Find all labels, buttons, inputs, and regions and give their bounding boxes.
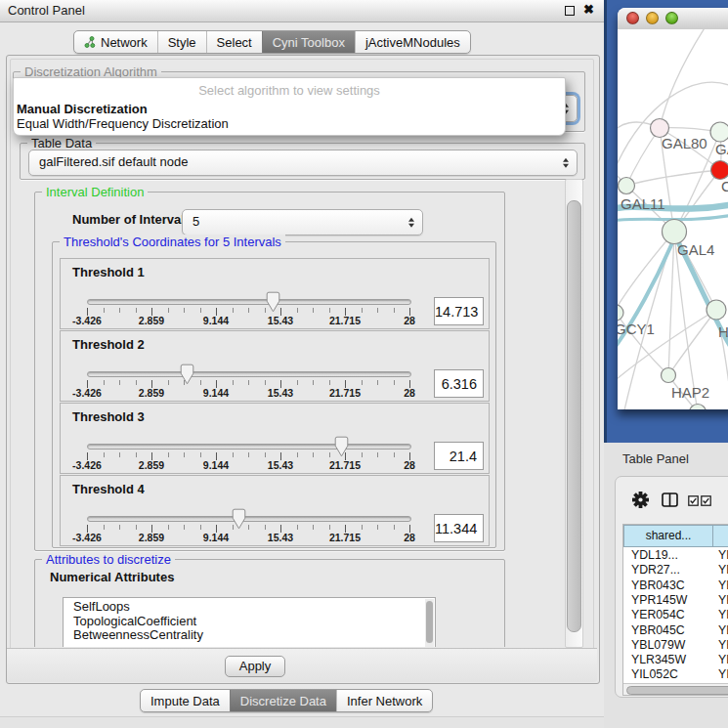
tab-select[interactable]: Select [206, 31, 262, 53]
network-node-gal11[interactable] [619, 178, 635, 194]
table-row[interactable]: YIL052CYIL0 [623, 667, 728, 682]
algorithm-dropdown-popup: Select algorithm to view settings Manual… [13, 77, 566, 136]
slider-track[interactable] [87, 516, 411, 522]
tab-jactivemnodules[interactable]: jActiveMNodules [355, 31, 470, 53]
slider-thumb[interactable] [180, 364, 194, 385]
dropdown-placeholder: Select algorithm to view settings [14, 83, 565, 98]
table-row[interactable]: YBR043CYBR0 [623, 578, 728, 593]
tab-impute-data[interactable]: Impute Data [141, 690, 230, 711]
slider-tick [297, 452, 298, 457]
dropdown-option-manual-discretization[interactable]: Manual Discretization [17, 102, 148, 116]
cell-shared-name[interactable]: YPR145W [631, 593, 687, 607]
cell-shared-name[interactable]: YDR27... [631, 563, 680, 577]
column-header-name[interactable]: na [712, 525, 728, 547]
list-item[interactable]: BetweennessCentrality [64, 626, 435, 641]
list-item[interactable]: TopologicalCoefficient [64, 613, 435, 627]
apply-button[interactable]: Apply [225, 656, 285, 677]
network-window-titlebar [618, 8, 728, 30]
slider-tick [104, 380, 105, 385]
south-bar: Apply [7, 648, 597, 682]
cell-name[interactable]: YER0 [718, 608, 728, 621]
slider-thumb[interactable] [334, 436, 349, 457]
network-node-h[interactable] [707, 300, 726, 320]
number-of-intervals-select[interactable]: 5 [182, 209, 423, 236]
network-node-c[interactable] [711, 161, 728, 180]
tab-infer-network[interactable]: Infer Network [336, 690, 432, 711]
tab-network[interactable]: Network [74, 31, 157, 53]
slider-tick [104, 452, 105, 457]
settings-scrollbar-thumb[interactable] [567, 200, 581, 632]
numerical-attributes-list[interactable]: SelfLoopsTopologicalCoefficientBetweenne… [63, 597, 436, 647]
checkbox-icon[interactable] [688, 495, 699, 506]
table-row[interactable]: YPR145WYPR1 [623, 593, 728, 608]
cell-name[interactable]: YBR0 [718, 578, 728, 592]
cell-name[interactable]: YPR1 [718, 593, 728, 607]
threshold-value-field[interactable]: 11.344 [434, 514, 484, 542]
table-hscrollbar-thumb[interactable] [626, 686, 728, 695]
float-window-icon[interactable] [565, 6, 575, 16]
slider-thumb[interactable] [232, 508, 246, 530]
minimize-light[interactable] [646, 12, 659, 24]
cell-shared-name[interactable]: YIL052C [631, 667, 678, 681]
list-item[interactable]: SelfLoops [64, 598, 435, 613]
network-graph[interactable]: GAL80GACGAL11GAL4GCY1HHAP2 [618, 29, 728, 409]
slider-tick [329, 452, 330, 457]
split-table-icon[interactable] [662, 492, 678, 507]
cell-shared-name[interactable]: YBL079W [631, 638, 685, 652]
table-row[interactable]: YDR27...YDR2 [623, 563, 728, 578]
slider-tick-label: 9.144 [187, 459, 245, 471]
slider-track[interactable] [87, 444, 411, 450]
table-row[interactable]: YBL079WYBL0 [623, 638, 728, 653]
cell-shared-name[interactable]: YBR045C [631, 623, 685, 637]
cell-shared-name[interactable]: YDL19... [631, 548, 678, 562]
table-row[interactable]: YBR045CYBR0 [623, 623, 728, 638]
tab-discretize-data[interactable]: Discretize Data [230, 690, 336, 711]
dropdown-option-equal-width-frequency[interactable]: Equal Width/Frequency Discretization [17, 116, 229, 131]
cell-name[interactable]: YBR0 [718, 623, 728, 637]
close-icon[interactable]: ✖ [583, 2, 594, 17]
table-panel-title: Table Panel [622, 451, 689, 466]
table-hscrollbar[interactable] [623, 683, 728, 696]
threshold-value-field[interactable]: 6.316 [434, 369, 484, 398]
tab-label: Network [101, 35, 148, 50]
list-scrollbar-thumb[interactable] [426, 601, 433, 643]
slider-tick-label: 28 [380, 387, 439, 399]
slider-tick-label: 9.144 [187, 532, 245, 543]
threshold-value-field[interactable]: 21.4 [434, 442, 484, 470]
network-node-hap2[interactable] [662, 368, 676, 383]
network-node-ga[interactable] [710, 122, 728, 142]
close-light[interactable] [626, 12, 639, 24]
cell-shared-name[interactable]: YBR043C [631, 578, 685, 592]
slider-tick [377, 380, 378, 385]
cell-shared-name[interactable]: YLR345W [631, 653, 686, 666]
zoom-light[interactable] [665, 12, 678, 24]
tab-cyni-toolbox[interactable]: Cyni Toolbox [262, 31, 355, 53]
table-row[interactable]: YLR345WYLR3 [623, 653, 728, 667]
cell-name[interactable]: YLR3 [718, 653, 728, 666]
slider-track[interactable] [87, 371, 411, 377]
settings-gear-icon[interactable] [632, 492, 649, 508]
table-row[interactable]: YDL19...YDL1 [623, 548, 728, 563]
cell-name[interactable]: YDL1 [718, 548, 728, 562]
slider-thumb[interactable] [266, 291, 280, 313]
network-node-gal4[interactable] [663, 220, 687, 244]
table-data-select[interactable]: galFiltered.sif default node [28, 150, 578, 176]
slider-tick [136, 308, 137, 313]
checkbox-icon[interactable] [701, 495, 711, 506]
list-scrollbar[interactable] [425, 599, 434, 647]
column-header-shared-name[interactable]: shared... [623, 525, 713, 547]
table-row[interactable]: YER054CYER0 [623, 608, 728, 622]
table-panel: shared... na YDL19...YDL1YDR27...YDR2YBR… [615, 476, 728, 698]
attributes-group-title: Attributes to discretize [42, 552, 175, 567]
cell-name[interactable]: YDR2 [718, 563, 728, 577]
thresholds-group-title: Threshold's Coordinates for 5 Intervals [60, 235, 285, 249]
cell-shared-name[interactable]: YER054C [631, 608, 685, 621]
cell-name[interactable]: YIL0 [718, 667, 728, 681]
threshold-value-field[interactable]: 14.713 [434, 297, 484, 325]
threshold-row: Threshold 4-3.4262.8599.14415.4321.71528… [60, 475, 490, 546]
network-canvas[interactable]: GAL80GACGAL11GAL4GCY1HHAP2 [618, 29, 728, 409]
cell-name[interactable]: YBL0 [718, 638, 728, 652]
tab-style[interactable]: Style [157, 31, 206, 53]
slider-track[interactable] [87, 299, 411, 305]
network-node-gcy1[interactable] [618, 305, 623, 321]
